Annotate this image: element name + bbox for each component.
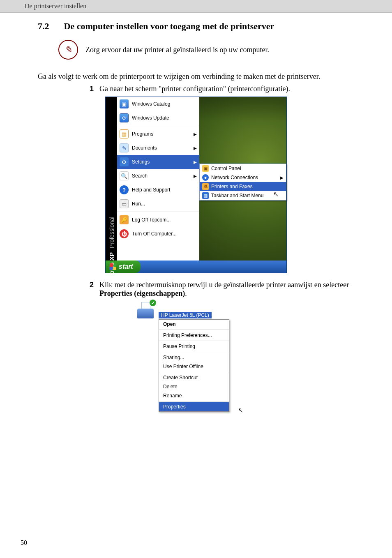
- ctx-create-shortcut[interactable]: Create Shortcut: [159, 373, 229, 382]
- note-hand-icon: ✎: [58, 40, 78, 60]
- brand-professional: Professional: [108, 217, 115, 248]
- submenu-arrow-icon: ▶: [194, 132, 197, 136]
- page-header: De printserver instellen: [0, 0, 392, 13]
- menu-item-help[interactable]: ? Help and Support: [117, 183, 199, 197]
- step-text: Ga naar het scherm "printer configuratio…: [99, 85, 371, 93]
- catalog-icon: ▣: [120, 99, 129, 108]
- cursor-icon: ↖: [238, 406, 243, 414]
- submenu-arrow-icon: ▶: [194, 160, 197, 164]
- page: De printserver instellen 7.2 De computer…: [0, 0, 392, 558]
- note-row: ✎ Zorg ervoor dat uw printer al geïnstal…: [58, 40, 371, 60]
- section-title: De computer instellen voor toegang met d…: [64, 21, 274, 32]
- label: Windows Catalog: [132, 101, 197, 107]
- submenu-printers-and-faxes[interactable]: 🖶 Printers and Faxes: [200, 182, 286, 191]
- submenu-control-panel[interactable]: ▣ Control Panel: [200, 164, 286, 173]
- separator: [117, 212, 199, 212]
- label: Network Connections: [211, 175, 278, 180]
- menu-item-documents[interactable]: ✎ Documents ▶: [117, 141, 199, 155]
- settings-icon: ⚙: [120, 157, 129, 166]
- printer-name-label: HP LaserJet 5L (PCL): [159, 312, 212, 318]
- run-icon: ▭: [120, 199, 129, 208]
- label: Search: [132, 173, 190, 179]
- section-heading: 7.2 De computer instellen voor toegang m…: [38, 21, 371, 32]
- help-icon: ?: [120, 185, 129, 194]
- separator: [117, 126, 199, 126]
- separator: [159, 330, 229, 330]
- menu-item-turnoff[interactable]: ⏻ Turn Off Computer...: [117, 227, 199, 241]
- menu-item-windows-catalog[interactable]: ▣ Windows Catalog: [117, 97, 199, 111]
- page-number: 50: [21, 539, 27, 546]
- control-panel-icon: ▣: [202, 165, 209, 172]
- separator: [159, 341, 229, 341]
- figure-start-menu: Windows XP Professional ▣ Windows Catalo…: [21, 97, 371, 273]
- power-icon: ⏻: [120, 229, 129, 238]
- menu-item-search[interactable]: 🔍 Search ▶: [117, 169, 199, 183]
- submenu-taskbar-start-menu[interactable]: ▥ Taskbar and Start Menu: [200, 191, 286, 200]
- separator: [159, 401, 229, 401]
- printer-icon-and-label[interactable]: ✓ HP LaserJet 5L (PCL): [136, 301, 256, 318]
- settings-submenu: ▣ Control Panel ● Network Connections ▶ …: [199, 164, 286, 201]
- search-icon: 🔍: [120, 171, 129, 180]
- label: Windows Update: [132, 115, 197, 121]
- ctx-rename[interactable]: Rename: [159, 391, 229, 400]
- menu-item-run[interactable]: ▭ Run...: [117, 197, 199, 211]
- submenu-network-connections[interactable]: ● Network Connections ▶: [200, 173, 286, 182]
- ctx-pause-printing[interactable]: Pause Printing: [159, 342, 229, 351]
- menu-item-settings[interactable]: ⚙ Settings ▶: [117, 155, 199, 169]
- network-icon: ●: [202, 174, 209, 181]
- brand-windows: Windows XP: [108, 252, 115, 289]
- ctx-delete[interactable]: Delete: [159, 382, 229, 391]
- taskbar: start: [106, 261, 286, 273]
- submenu-arrow-icon: ▶: [194, 174, 197, 178]
- step-number: 1: [86, 85, 94, 93]
- step-text-bold: Properties (eigenschappen): [99, 289, 185, 297]
- logoff-icon: 🔑: [120, 215, 129, 224]
- programs-icon: ▦: [120, 129, 129, 138]
- label: Printers and Faxes: [211, 184, 284, 189]
- taskbar-icon: ▥: [202, 192, 209, 199]
- ctx-open[interactable]: Open: [159, 320, 229, 329]
- section-number: 7.2: [38, 21, 49, 32]
- step-text-b: .: [185, 289, 187, 297]
- ctx-printing-preferences[interactable]: Printing Preferences...: [159, 331, 229, 340]
- note-text: Zorg ervoor dat uw printer al geïnstalle…: [85, 46, 269, 54]
- default-check-icon: ✓: [150, 300, 156, 306]
- printer-context-menu: ✓ HP LaserJet 5L (PCL) Open Printing Pre…: [136, 301, 256, 412]
- submenu-arrow-icon: ▶: [280, 175, 284, 180]
- ctx-sharing[interactable]: Sharing...: [159, 353, 229, 362]
- separator: [159, 372, 229, 372]
- figure-context-menu: ✓ HP LaserJet 5L (PCL) Open Printing Pre…: [21, 301, 371, 412]
- label: Turn Off Computer...: [132, 231, 197, 237]
- step-2: 2 Klik met de rechtermuisknop terwijl u …: [86, 281, 371, 298]
- menu-item-logoff[interactable]: 🔑 Log Off Topcom...: [117, 213, 199, 227]
- brand-strip: Windows XP Professional: [106, 97, 117, 261]
- step-number: 2: [86, 281, 94, 298]
- context-menu-list: Open Printing Preferences... Pause Print…: [159, 319, 229, 412]
- ctx-properties[interactable]: Properties: [159, 402, 229, 411]
- windows-xp-start-menu: Windows XP Professional ▣ Windows Catalo…: [105, 97, 287, 273]
- step-1: 1 Ga naar het scherm "printer configurat…: [86, 85, 371, 93]
- start-label: start: [119, 263, 133, 270]
- label: Help and Support: [132, 187, 197, 193]
- label: Taskbar and Start Menu: [211, 193, 284, 198]
- printers-icon: 🖶: [202, 183, 209, 190]
- label: Log Off Topcom...: [132, 217, 197, 223]
- desktop-background: ▣ Control Panel ● Network Connections ▶ …: [199, 97, 286, 261]
- menu-item-windows-update[interactable]: ⟳ Windows Update: [117, 111, 199, 125]
- label: Settings: [132, 159, 190, 165]
- start-menu-left-pane: ▣ Windows Catalog ⟳ Windows Update ▦ Pro…: [117, 97, 199, 261]
- label: Documents: [132, 145, 190, 151]
- submenu-arrow-icon: ▶: [194, 146, 197, 150]
- content-area: 7.2 De computer instellen voor toegang m…: [0, 13, 392, 412]
- intro-text: Ga als volgt te werk om de printerpoort …: [38, 72, 371, 81]
- update-icon: ⟳: [120, 113, 129, 122]
- step-text-a: Klik met de rechtermuisknop terwijl u de…: [99, 281, 349, 289]
- printer-icon: ✓: [136, 301, 155, 318]
- documents-icon: ✎: [120, 143, 129, 152]
- label: Programs: [132, 131, 190, 137]
- step-text: Klik met de rechtermuisknop terwijl u de…: [99, 281, 371, 298]
- ctx-use-offline[interactable]: Use Printer Offline: [159, 362, 229, 371]
- menu-item-programs[interactable]: ▦ Programs ▶: [117, 127, 199, 141]
- windows-flag-icon: [109, 263, 117, 270]
- label: Control Panel: [211, 166, 284, 171]
